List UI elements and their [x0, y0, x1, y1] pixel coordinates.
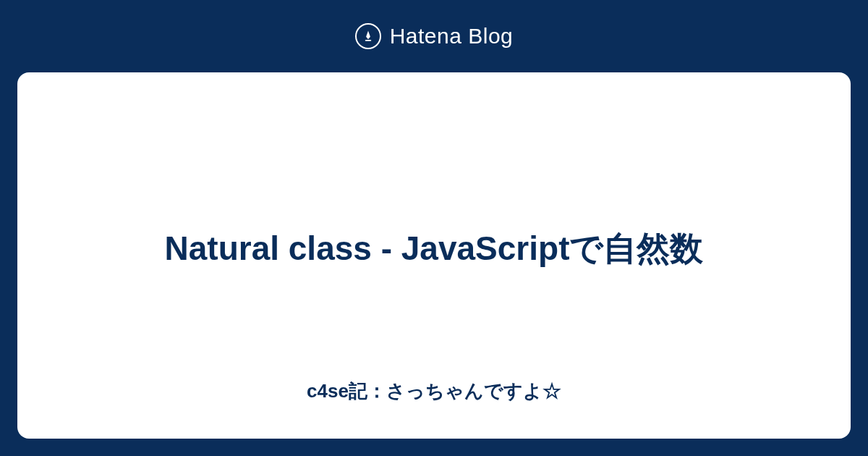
hatena-pen-icon [355, 23, 381, 49]
brand-name: Hatena Blog [390, 24, 514, 48]
og-card: Natural class - JavaScriptで自然数 c4se記：さっち… [17, 72, 851, 439]
blog-name: c4se記：さっちゃんですよ☆ [307, 379, 561, 404]
brand-header: Hatena Blog [0, 0, 868, 72]
article-title: Natural class - JavaScriptで自然数 [165, 224, 704, 273]
